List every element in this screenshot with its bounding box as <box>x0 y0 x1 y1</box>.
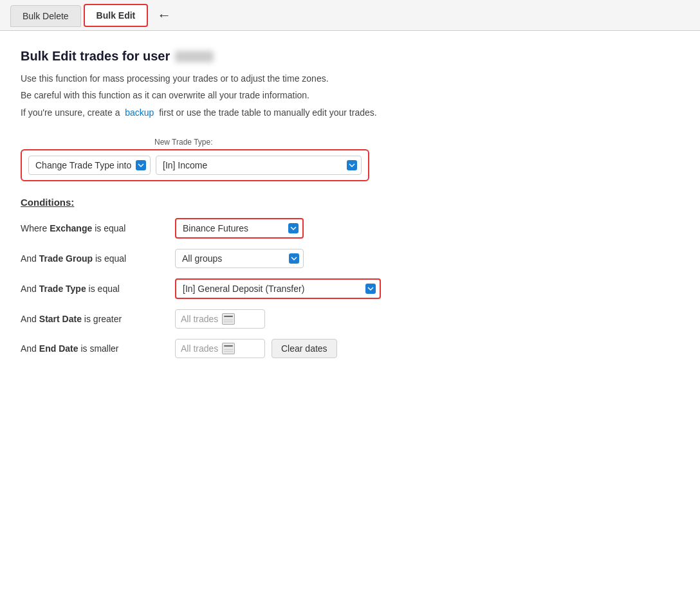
end-date-field: All trades <box>175 339 265 358</box>
description-line-2: Be careful with this function as it can … <box>21 88 546 102</box>
conditions-title: Conditions: <box>21 197 546 208</box>
description-line-3: If you're unsure, create a backup first … <box>21 105 546 120</box>
exchange-label: Where Exchange is equal <box>21 223 169 233</box>
start-date-placeholder: All trades <box>181 314 218 324</box>
tab-bulk-edit[interactable]: Bulk Edit <box>84 4 149 27</box>
end-date-calendar-icon[interactable] <box>222 343 235 354</box>
trade-type-section: New Trade Type: Change Trade Type into [… <box>21 138 546 181</box>
start-date-label: And Start Date is greater <box>21 314 169 324</box>
description-line-1: Use this function for mass processing yo… <box>21 71 546 86</box>
user-blur <box>175 51 214 62</box>
trade-type-label: And Trade Type is equal <box>21 284 169 294</box>
start-date-field: All trades <box>175 309 265 329</box>
new-trade-type-label: New Trade Type: <box>154 138 546 147</box>
condition-row-trade-type: And Trade Type is equal [In] General Dep… <box>21 278 546 299</box>
backup-link[interactable]: backup <box>125 107 154 118</box>
trade-group-select[interactable]: All groups Group 1 Group 2 <box>175 249 304 268</box>
tab-bar: Bulk Delete Bulk Edit ← <box>0 0 700 31</box>
main-content: Bulk Edit trades for user Use this funct… <box>0 31 566 386</box>
new-type-select[interactable]: [In] Income [In] General Deposit (Transf… <box>156 156 362 175</box>
arrow-annotation: ← <box>157 7 171 24</box>
page-title: Bulk Edit trades for user <box>21 49 546 64</box>
exchange-select[interactable]: Binance Futures All exchanges Binance Kr… <box>175 218 304 239</box>
trade-type-select[interactable]: [In] General Deposit (Transfer) [In] Inc… <box>175 278 381 299</box>
clear-dates-button[interactable]: Clear dates <box>272 339 337 358</box>
end-date-label: And End Date is smaller <box>21 343 169 354</box>
conditions-section: Conditions: Where Exchange is equal Bina… <box>21 197 546 358</box>
condition-row-end-date: And End Date is smaller All trades Clear… <box>21 339 546 358</box>
start-date-calendar-icon[interactable] <box>222 313 235 325</box>
end-date-placeholder: All trades <box>181 343 218 354</box>
trade-type-row: Change Trade Type into [In] Income [In] … <box>21 149 369 181</box>
condition-row-start-date: And Start Date is greater All trades <box>21 309 546 329</box>
condition-row-exchange: Where Exchange is equal Binance Futures … <box>21 218 546 239</box>
tab-bulk-delete[interactable]: Bulk Delete <box>10 5 81 27</box>
trade-group-label: And Trade Group is equal <box>21 253 169 264</box>
condition-row-trade-group: And Trade Group is equal All groups Grou… <box>21 249 546 268</box>
action-select[interactable]: Change Trade Type into <box>28 156 151 175</box>
